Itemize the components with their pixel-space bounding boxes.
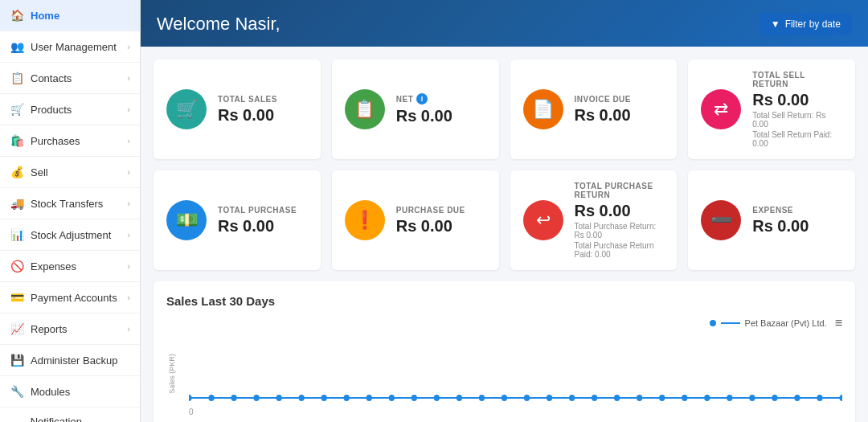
chart-dot bbox=[344, 395, 350, 401]
chart-dot bbox=[817, 395, 822, 401]
sidebar-item-purchases[interactable]: 🛍️ Purchases › bbox=[0, 125, 140, 157]
stat-label-expense: EXPENSE bbox=[752, 206, 842, 215]
sidebar-item-home[interactable]: 🏠 Home bbox=[0, 0, 140, 31]
sidebar-label-payment-accounts: Payment Accounts bbox=[31, 292, 117, 304]
chevron-icon: › bbox=[127, 293, 130, 302]
sidebar-icon-products: 🛒 bbox=[10, 102, 24, 117]
chart-dot bbox=[434, 395, 440, 401]
sidebar-icon-contacts: 📋 bbox=[10, 71, 24, 85]
chart-title: Sales Last 30 Days bbox=[166, 294, 842, 308]
stat-info-total-purchase-return: TOTAL PURCHASE RETURN Rs 0.00 Total Purc… bbox=[575, 182, 665, 259]
sidebar-icon-modules: 🔧 bbox=[10, 384, 24, 399]
filter-icon: ▼ bbox=[771, 18, 780, 30]
chart-dot bbox=[772, 395, 777, 401]
chart-dot bbox=[299, 395, 305, 401]
sidebar-item-stock-adjustment[interactable]: 📊 Stock Adjustment › bbox=[0, 219, 140, 251]
chart-dot bbox=[389, 395, 395, 401]
sidebar-label-notification-templates: Notification Templates bbox=[31, 416, 130, 422]
stat-value-expense: Rs 0.00 bbox=[752, 217, 842, 236]
bottom-cards-row: 💵 TOTAL PURCHASE Rs 0.00 ❗ PURCHASE DUE … bbox=[154, 170, 855, 270]
stat-card-total-purchase: 💵 TOTAL PURCHASE Rs 0.00 bbox=[154, 170, 321, 270]
chevron-icon: › bbox=[127, 42, 130, 51]
sidebar-icon-sell: 💰 bbox=[10, 165, 24, 179]
chevron-icon: › bbox=[127, 230, 130, 240]
chart-dot bbox=[569, 395, 575, 401]
sidebar-item-reports[interactable]: 📈 Reports › bbox=[0, 313, 140, 345]
stat-value-invoice-due: Rs 0.00 bbox=[575, 106, 665, 125]
sidebar-label-stock-adjustment: Stock Adjustment bbox=[31, 229, 111, 241]
sidebar-item-modules[interactable]: 🔧 Modules bbox=[0, 376, 140, 408]
sidebar-icon-expenses: 🚫 bbox=[10, 259, 24, 273]
stat-sub2-total-purchase-return: Total Purchase Return Paid: 0.00 bbox=[575, 241, 665, 259]
header: Welcome Nasir, ▼ Filter by date bbox=[141, 0, 868, 47]
chevron-icon: › bbox=[127, 104, 130, 114]
stat-value-purchase-due: Rs 0.00 bbox=[396, 217, 486, 236]
chart-area: Sales (PKR) 0 bbox=[166, 334, 842, 414]
chart-dot bbox=[659, 395, 665, 401]
sidebar-item-contacts[interactable]: 📋 Contacts › bbox=[0, 63, 140, 94]
filter-by-date-button[interactable]: ▼ Filter by date bbox=[760, 13, 852, 35]
chart-dot bbox=[231, 395, 236, 401]
stat-value-net: Rs 0.00 bbox=[396, 107, 486, 125]
sidebar-item-sell[interactable]: 💰 Sell › bbox=[0, 157, 140, 188]
stat-value-total-purchase: Rs 0.00 bbox=[218, 217, 308, 236]
chart-dot bbox=[794, 395, 800, 401]
sidebar-item-user-management[interactable]: 👥 User Management › bbox=[0, 31, 140, 63]
chart-dot bbox=[839, 395, 842, 401]
chevron-icon: › bbox=[127, 167, 130, 177]
legend-menu-icon[interactable]: ≡ bbox=[835, 316, 842, 330]
stat-card-total-sales: 🛒 TOTAL SALES Rs 0.00 bbox=[154, 59, 321, 159]
sidebar-icon-user-management: 👥 bbox=[10, 39, 24, 54]
chart-dot bbox=[502, 395, 507, 401]
stat-icon-total-sales: 🛒 bbox=[166, 89, 207, 129]
chart-dot bbox=[479, 395, 485, 401]
stat-icon-net: 📋 bbox=[345, 89, 385, 129]
stat-icon-total-purchase-return: ↩ bbox=[523, 200, 563, 240]
top-cards-row: 🛒 TOTAL SALES Rs 0.00 📋 NET i Rs 0.00 📄 … bbox=[154, 59, 855, 159]
sidebar-label-expenses: Expenses bbox=[31, 260, 76, 272]
sidebar-icon-purchases: 🛍️ bbox=[10, 133, 24, 148]
stat-icon-total-purchase: 💵 bbox=[166, 200, 207, 240]
chart-dot bbox=[727, 395, 732, 401]
stat-icon-total-sell-return: ⇄ bbox=[701, 89, 741, 129]
stat-label-total-purchase-return: TOTAL PURCHASE RETURN bbox=[575, 182, 665, 199]
stat-icon-invoice-due: 📄 bbox=[523, 89, 563, 129]
stat-info-purchase-due: PURCHASE DUE Rs 0.00 bbox=[396, 206, 486, 236]
stat-label-total-purchase: TOTAL PURCHASE bbox=[218, 206, 308, 215]
chart-legend: Pet Bazaar (Pvt) Ltd. ≡ bbox=[166, 316, 842, 330]
sales-chart-section: Sales Last 30 Days Pet Bazaar (Pvt) Ltd.… bbox=[154, 281, 855, 422]
sidebar: 🏠 Home 👥 User Management › 📋 Contacts › … bbox=[0, 0, 141, 422]
sidebar-item-expenses[interactable]: 🚫 Expenses › bbox=[0, 251, 140, 282]
sidebar-icon-stock-adjustment: 📊 bbox=[10, 227, 24, 242]
chart-dot bbox=[208, 395, 214, 401]
sidebar-item-products[interactable]: 🛒 Products › bbox=[0, 94, 140, 125]
stat-label-invoice-due: INVOICE DUE bbox=[575, 95, 665, 104]
sidebar-item-payment-accounts[interactable]: 💳 Payment Accounts › bbox=[0, 282, 140, 313]
sidebar-item-administer-backup[interactable]: 💾 Administer Backup bbox=[0, 345, 140, 376]
stat-sub2-total-sell-return: Total Sell Return Paid: 0.00 bbox=[752, 130, 842, 148]
chart-dot bbox=[253, 395, 259, 401]
chart-dot bbox=[524, 395, 530, 401]
chart-svg bbox=[189, 334, 842, 406]
info-icon[interactable]: i bbox=[416, 93, 428, 104]
chart-dot bbox=[592, 395, 597, 401]
sidebar-icon-administer-backup: 💾 bbox=[10, 353, 24, 367]
stat-label-total-sell-return: TOTAL SELL RETURN bbox=[752, 71, 842, 88]
chevron-icon: › bbox=[127, 199, 130, 208]
chevron-icon: › bbox=[127, 324, 130, 334]
legend-dot-icon bbox=[710, 320, 716, 326]
stat-info-total-sales: TOTAL SALES Rs 0.00 bbox=[218, 95, 308, 125]
sidebar-item-notification-templates[interactable]: ✉️ Notification Templates bbox=[0, 408, 140, 422]
y-axis-label: Sales (PKR) bbox=[168, 354, 176, 394]
stat-sub1-total-sell-return: Total Sell Return: Rs 0.00 bbox=[752, 111, 842, 129]
chart-dot bbox=[637, 395, 642, 401]
chart-dot bbox=[411, 395, 417, 401]
sidebar-label-modules: Modules bbox=[31, 386, 70, 398]
sidebar-icon-reports: 📈 bbox=[10, 322, 24, 336]
stat-label-net: NET i bbox=[396, 93, 486, 104]
chart-dot bbox=[614, 395, 620, 401]
dashboard-content: 🛒 TOTAL SALES Rs 0.00 📋 NET i Rs 0.00 📄 … bbox=[141, 47, 868, 422]
sidebar-label-user-management: User Management bbox=[31, 41, 117, 53]
stat-card-purchase-due: ❗ PURCHASE DUE Rs 0.00 bbox=[332, 170, 499, 270]
sidebar-item-stock-transfers[interactable]: 🚚 Stock Transfers › bbox=[0, 188, 140, 219]
